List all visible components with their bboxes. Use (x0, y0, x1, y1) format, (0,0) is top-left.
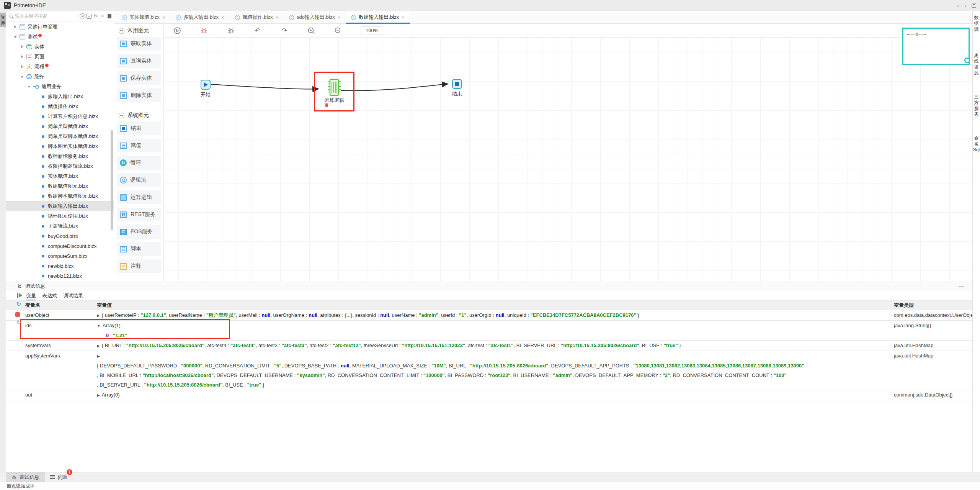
collapse-icon[interactable] (119, 28, 124, 34)
chevron-down-icon[interactable] (20, 74, 24, 79)
palette-item[interactable]: 注释 (117, 259, 161, 273)
tree-item[interactable]: 流程 (6, 62, 114, 72)
back-icon[interactable]: ‹ (957, 2, 959, 9)
tree-item[interactable]: 赋值操作.bizx (6, 102, 114, 111)
resources-strip-tab[interactable]: 资源 (0, 13, 6, 27)
palette-section-header[interactable]: 常用图元 (114, 24, 163, 37)
tree-item[interactable]: 子逻辑流.bizx (6, 221, 114, 231)
chevron-right-icon[interactable] (20, 44, 24, 49)
debug-tab[interactable]: 变量 (26, 291, 36, 300)
tree-item[interactable]: 页面 (6, 52, 114, 62)
tree-item[interactable]: 通用业务 (6, 82, 114, 92)
undo-icon[interactable]: ↶ (253, 26, 262, 35)
variable-row[interactable]: userObject▶{ userRemoteIP : "127.0.0.1",… (6, 310, 972, 321)
palette-item[interactable]: 循环 (117, 156, 161, 170)
tree-item[interactable]: 简单类型脚本赋值.bizx (6, 131, 114, 141)
canvas-grid[interactable]: 开始 (164, 38, 972, 281)
palette-item[interactable]: 逻辑流 (117, 173, 161, 187)
deploy-bug-icon[interactable] (227, 26, 235, 35)
tree-item[interactable]: 计算客户积分信息.bizx (6, 111, 114, 121)
search-input[interactable] (15, 13, 78, 19)
tree-item[interactable]: 权限控制逻辑流.bizx (6, 161, 114, 171)
doc-icon[interactable] (106, 13, 112, 19)
palette-item[interactable]: 脚本 (117, 242, 161, 256)
tree-item[interactable]: buyGood.bizx (6, 231, 114, 241)
palette-item[interactable]: 运算逻辑 (117, 190, 161, 204)
tree-item[interactable]: 服务 (6, 72, 114, 82)
layout-icon[interactable] (972, 3, 976, 8)
chevron-right-icon[interactable] (20, 64, 24, 69)
package-icon[interactable]: + (87, 14, 91, 19)
close-icon[interactable]: × (275, 15, 278, 20)
right-strip-tab[interactable]: 离线资源 (973, 50, 980, 76)
expander-icon[interactable]: ▼ (97, 324, 101, 328)
zoom-out-icon[interactable] (334, 26, 342, 35)
end-node[interactable] (452, 79, 462, 89)
stop-debug-icon[interactable] (15, 312, 20, 317)
tree-item[interactable]: 数组输入输出.bizx (6, 201, 114, 211)
tree-item[interactable]: 数组脚本赋值图元.bizx (6, 191, 114, 201)
tree-item[interactable]: 实体 (6, 42, 114, 52)
bottom-tab-problems[interactable]: 问题1 (45, 472, 73, 482)
expander-icon[interactable]: ▶ (97, 393, 100, 397)
tree-item[interactable]: computeSum.bizx (6, 251, 114, 261)
file-tab[interactable]: 多输入输出.bizx× (170, 11, 229, 23)
tree-item[interactable]: 脚本图元实体赋值.bizx (6, 141, 114, 151)
run-icon[interactable] (173, 26, 181, 35)
chevron-down-icon[interactable] (13, 34, 18, 39)
ai-icon[interactable]: AI (80, 13, 85, 19)
right-strip-tab[interactable]: 三方服务 (973, 92, 980, 117)
palette-item[interactable]: 获取实体 (117, 37, 161, 51)
chevron-right-icon[interactable] (13, 25, 18, 29)
debug-icon[interactable] (200, 26, 208, 35)
variable-row[interactable]: appSystemVars▶{ DEVOPS_DEFAULT_PASSWORD … (6, 351, 972, 390)
right-strip-tab[interactable]: 数据源 (973, 13, 980, 32)
tree-item[interactable]: newbiz121.bizx (6, 271, 114, 281)
file-tab[interactable]: 数组输入输出.bizx× (346, 11, 410, 23)
chevron-down-icon[interactable] (27, 84, 31, 89)
reload-variables-icon[interactable]: ↻ (16, 319, 21, 326)
zoom-level[interactable]: 100% (361, 26, 383, 34)
palette-item[interactable]: 结束 (117, 121, 161, 135)
minimap[interactable] (902, 28, 970, 65)
minimap-resize-handle[interactable] (964, 57, 970, 63)
debug-tab[interactable]: 调试结果 (63, 291, 83, 300)
debug-tab[interactable]: 表达式 (42, 291, 57, 300)
file-tab[interactable]: sdo输入输出.bizx× (284, 11, 346, 23)
tree-item[interactable]: 循环图元使用.bizx (6, 211, 114, 221)
right-strip-tab[interactable]: 命名Sql (973, 133, 980, 153)
tree-item[interactable]: 数组赋值图元.bizx (6, 181, 114, 191)
palette-item[interactable]: REST服务 (117, 208, 161, 221)
forward-icon[interactable]: › (964, 2, 966, 9)
tree-item[interactable]: newbiz.bizx (6, 261, 114, 271)
expander-icon[interactable]: ▶ (97, 354, 100, 358)
list-icon[interactable]: ≡ (100, 13, 105, 19)
palette-item[interactable]: 查询实体 (117, 54, 161, 68)
file-tab[interactable]: 实体赋值.bizx× (116, 11, 170, 23)
expander-icon[interactable]: ▶ (97, 344, 100, 348)
tree-item[interactable]: 简单类型赋值.bizx (6, 121, 114, 131)
close-icon[interactable]: × (221, 15, 224, 20)
close-icon[interactable]: × (162, 15, 165, 20)
variable-row[interactable]: systemVars▶{ BI_URL : "http://10.15.15.2… (6, 341, 972, 351)
tree-item[interactable]: computeDiscount.bizx (6, 241, 114, 251)
zoom-in-icon[interactable] (307, 26, 315, 35)
tree-scrollbar[interactable] (111, 130, 113, 230)
tree-item[interactable]: 采购订单管理 (6, 22, 114, 32)
redo-icon[interactable]: ↷ (280, 26, 289, 35)
variable-row[interactable]: ids▼Array(1)0 : "1,21"java.lang.String[] (6, 321, 972, 341)
expander-icon[interactable]: ▶ (97, 313, 100, 318)
tree-item[interactable]: 测试 (6, 32, 114, 42)
palette-item[interactable]: EOS服务 (117, 225, 161, 239)
close-icon[interactable]: × (402, 15, 405, 20)
step-refresh-icon[interactable]: ↻ (16, 300, 21, 308)
palette-item[interactable]: 赋值 (117, 139, 161, 152)
start-node[interactable] (201, 80, 211, 90)
bottom-tab-debug[interactable]: 调试信息 (6, 472, 45, 482)
minimize-icon[interactable]: — (959, 283, 964, 289)
tree-item[interactable]: 实体赋值.bizx (6, 171, 114, 181)
palette-section-header[interactable]: 系统图元 (114, 108, 163, 121)
compute-node[interactable] (327, 77, 341, 98)
close-icon[interactable]: × (338, 15, 341, 20)
palette-item[interactable]: 保存实体 (117, 71, 161, 85)
